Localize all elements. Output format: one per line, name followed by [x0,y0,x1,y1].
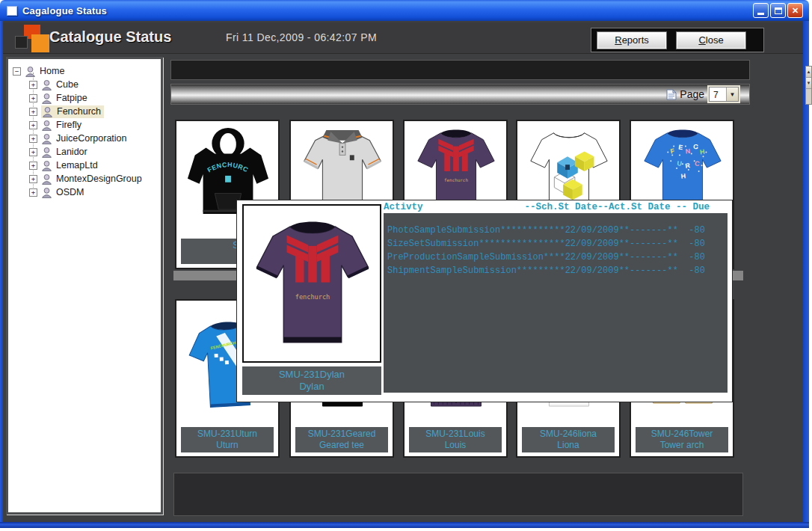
header-button-panel: Reports Close [591,28,764,52]
activity-columns: --Sch.St Date--Act.St Date -- Due [524,202,710,212]
tree-item-montexdesigngroup[interactable]: + MontexDesignGroup [29,172,142,185]
expand-icon[interactable]: + [29,175,37,183]
tree-item-label: Fatpipe [56,93,87,103]
scrollbar-fragment[interactable]: ▲ ▼ [805,66,812,105]
expand-icon[interactable]: + [29,94,37,102]
product-code: SMU-246liona [522,429,615,440]
tree-item-juicecorporation[interactable]: + JuiceCorporation [29,132,127,145]
reports-button[interactable]: Reports [597,31,667,49]
app-icon [7,6,17,16]
popup-product-image-purple-tee: fenchurch [248,207,377,360]
close-icon: ✕ [792,7,799,15]
popup-product-name: Dylan [242,381,381,393]
close-button[interactable]: Close [676,31,746,49]
product-name: Tower arch [636,440,728,451]
svg-text:fenchurch: fenchurch [444,178,468,182]
page-label: Page [680,88,704,100]
tree-item-lanidor[interactable]: + Lanidor [29,145,87,159]
tree-item-osdm[interactable]: + OSDM [29,185,84,199]
user-icon [41,147,52,158]
tree-item-fatpipe[interactable]: + Fatpipe [29,91,87,105]
tree-item-label: Lanidor [56,147,87,157]
expand-icon[interactable]: + [29,135,37,143]
popup-product-label: SMU-231Dylan Dylan [242,366,381,395]
popup-image-frame: fenchurch [242,204,381,363]
minimize-button[interactable] [753,3,769,18]
tree-item-label: OSDM [56,187,84,197]
page-dropdown[interactable]: 7 ▼ [709,87,739,102]
expand-icon[interactable]: + [29,188,37,197]
svg-text:N: N [685,147,690,156]
desktop: Cagalogue Status ✕ Catalogue Status Fri … [0,0,812,531]
client-area: Catalogue Status Fri 11 Dec,2009 - 06:42… [3,21,803,522]
tree-item-firefly[interactable]: + Firefly [29,118,81,132]
titlebar[interactable]: Cagalogue Status ✕ [0,0,809,21]
activity-line: PhotoSampleSubmission************22/09/2… [387,224,728,237]
product-code: SMU-231Louis [409,429,502,440]
header-bar: Catalogue Status Fri 11 Dec,2009 - 06:42… [3,22,803,54]
user-icon [25,66,36,77]
tree-item-label: Cube [56,79,79,90]
minimize-icon [757,8,764,15]
product-label: SMU-231Louis Louis [409,427,502,452]
activity-line: SizeSetSubmission****************22/09/2… [387,237,728,251]
user-icon [41,120,52,131]
product-label: SMU-246liona Liona [522,427,615,452]
bottom-panel [173,473,743,516]
popup-product-code: SMU-231Dylan [242,369,381,381]
svg-text:H: H [680,172,686,180]
window-border-bottom [0,522,809,528]
svg-text:fenchurch: fenchurch [295,294,330,301]
expand-icon[interactable]: + [29,121,37,129]
product-name: Uturn [181,440,274,451]
expand-icon[interactable]: + [29,162,37,170]
activity-line: PreProductionSampleSubmission****22/09/2… [387,251,728,264]
page-title: Catalogue Status [49,28,171,46]
user-icon [42,106,53,117]
expand-icon[interactable]: + [29,108,37,116]
tree-item-lemapltd[interactable]: + LemapLtd [29,159,98,172]
tree-item-label: Fenchurch [57,106,101,117]
maximize-button[interactable] [770,3,786,18]
product-label: SMU-246Tower Tower arch [636,427,728,452]
page-bar: Page 7 ▼ [170,84,750,105]
activity-header: Activty --Sch.St Date--Act.St Date -- Du… [384,202,726,212]
product-code: SMU-246Tower [636,429,728,440]
product-detail-popup: fenchurch SMU-231Dylan Dylan Activty --S… [236,200,733,402]
tree-item-fenchurch[interactable]: + Fenchurch [29,105,104,118]
scroll-up-icon[interactable]: ▲ [806,67,811,78]
tree-item-label: Home [40,66,64,76]
product-label: SMU-231Uturn Uturn [181,427,274,452]
product-name: Louis [409,440,502,451]
product-label: SMU-231Geared Geared tee [295,427,388,452]
selected-highlight: Fenchurch [41,105,104,118]
tree-item-label: MontexDesignGroup [56,174,142,184]
close-window-button[interactable]: ✕ [787,3,803,18]
tree-item-label: LemapLtd [56,160,98,171]
datetime-text: Fri 11 Dec,2009 - 06:42:07 PM [226,31,377,43]
expand-icon[interactable]: + [29,81,37,89]
activity-line: ShipmentSampleSubmission*********22/09/2… [387,264,728,277]
app-logo [9,24,48,54]
page-icon [666,89,677,100]
product-code: SMU-231Uturn [181,429,274,440]
maximize-icon [775,7,782,14]
expand-icon[interactable]: + [29,148,37,156]
company-tree: − Home + Cube + Fatpipe + Fenchurch [6,57,163,515]
collapse-icon[interactable]: − [13,67,21,76]
chevron-down-icon[interactable]: ▼ [726,88,738,101]
user-icon [41,174,52,185]
window-title: Cagalogue Status [22,5,107,16]
activity-log: PhotoSampleSubmission************22/09/2… [384,213,728,393]
tree-item-cube[interactable]: + Cube [29,78,79,91]
user-icon [41,187,52,198]
user-icon [41,79,52,90]
tree-item-home[interactable]: − Home [13,64,64,78]
scroll-down-icon[interactable]: ▼ [806,78,811,89]
user-icon [41,133,52,144]
tree-item-label: JuiceCorporation [56,133,127,144]
user-icon [41,160,52,171]
product-code: SMU-231Geared [295,429,388,440]
page-number: 7 [710,88,726,101]
product-name: Liona [522,440,615,451]
